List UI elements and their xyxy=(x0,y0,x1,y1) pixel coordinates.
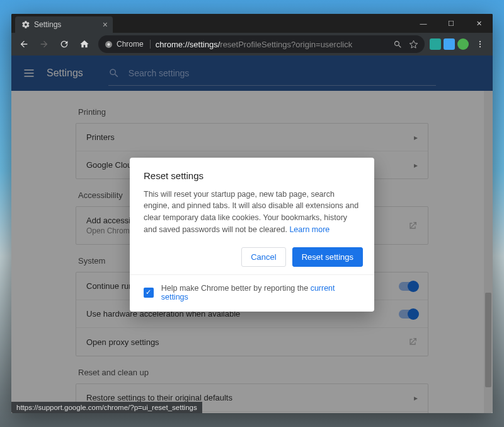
site-identity[interactable]: Chrome xyxy=(105,40,151,49)
gear-icon xyxy=(21,20,30,29)
checkbox-checked-icon[interactable]: ✓ xyxy=(144,288,154,298)
close-window-button[interactable]: ✕ xyxy=(465,14,493,33)
reset-button[interactable]: Reset settings xyxy=(292,247,363,267)
extension-icon-1[interactable] xyxy=(430,38,441,50)
browser-toolbar: Chrome chrome://settings/resetProfileSet… xyxy=(11,33,493,56)
content-area: Settings Printing Printers▸ Google Cloud… xyxy=(11,56,493,413)
search-icon[interactable] xyxy=(393,40,403,49)
svg-point-3 xyxy=(479,44,481,45)
arrow-left-icon xyxy=(19,39,29,49)
dialog-title: Reset settings xyxy=(144,170,360,181)
back-button[interactable] xyxy=(15,35,33,53)
reload-icon xyxy=(59,39,69,49)
svg-point-2 xyxy=(479,41,481,42)
chrome-icon xyxy=(105,40,113,49)
cancel-button[interactable]: Cancel xyxy=(241,247,285,267)
secure-label: Chrome xyxy=(117,40,144,49)
report-checkbox-row[interactable]: ✓ Help make Chrome better by reporting t… xyxy=(144,284,360,301)
star-icon[interactable] xyxy=(409,40,418,49)
tab-title: Settings xyxy=(34,20,61,29)
url-text: chrome://settings/resetProfileSettings?o… xyxy=(156,40,353,49)
extension-icon-3[interactable] xyxy=(457,38,469,50)
browser-window: Settings × — ☐ ✕ Chrome chrome://setting… xyxy=(11,14,493,413)
window-controls: — ☐ ✕ xyxy=(410,14,493,33)
extension-icon-2[interactable] xyxy=(444,38,455,50)
address-bar[interactable]: Chrome chrome://settings/resetProfileSet… xyxy=(98,35,425,53)
omnibox-actions xyxy=(393,40,418,49)
kebab-icon xyxy=(476,40,484,49)
dialog-body: This will reset your startup page, new t… xyxy=(144,189,360,236)
forward-button[interactable] xyxy=(35,35,53,53)
reset-dialog: Reset settings This will reset your star… xyxy=(130,158,374,312)
home-icon xyxy=(79,39,89,49)
maximize-button[interactable]: ☐ xyxy=(437,14,465,33)
close-tab-icon[interactable]: × xyxy=(103,20,108,30)
arrow-right-icon xyxy=(39,39,49,49)
menu-button[interactable] xyxy=(471,35,489,53)
home-button[interactable] xyxy=(76,35,93,53)
status-bar: https://support.google.com/chrome/?p=ui_… xyxy=(11,402,202,413)
minimize-button[interactable]: — xyxy=(410,14,437,33)
reload-button[interactable] xyxy=(55,35,73,53)
browser-tab[interactable]: Settings × xyxy=(15,16,113,33)
svg-point-4 xyxy=(479,46,481,47)
svg-point-1 xyxy=(107,43,110,45)
modal-overlay: Reset settings This will reset your star… xyxy=(11,56,493,413)
learn-more-link[interactable]: Learn more xyxy=(289,225,329,234)
titlebar: Settings × — ☐ ✕ xyxy=(11,14,493,33)
